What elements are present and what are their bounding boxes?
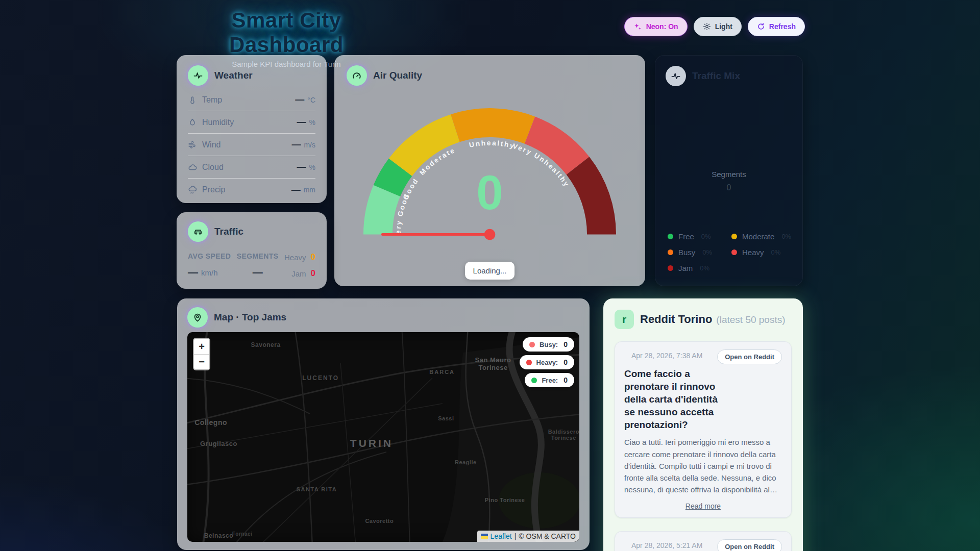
smart-city-dashboard: Smart City Dashboard Sample KPI dashboar… [0,0,980,551]
legend-label: Free [678,232,694,241]
reddit-post: Apr 28, 2026, 7:38 AM Open on Reddit Com… [615,341,792,518]
thermometer-icon [188,95,202,105]
theme-toggle-label: Light [715,22,732,31]
weather-metric-label: Temp [202,95,295,105]
legend-item: Jam 0% [668,264,731,272]
sparkles-icon [633,22,642,31]
refresh-icon [757,22,765,31]
leaflet-map[interactable]: Savonera LUCENTO San Mauro Torinese BARC… [187,332,579,542]
traffic-mix-legend: Free 0% Moderate 0% Busy 0% Heav [668,232,795,272]
toolbar: Neon: On Light Refresh [624,17,805,36]
city-label: Grugliasco [200,439,237,447]
city-label: Beinasco [204,532,233,539]
leaflet-link[interactable]: Leaflet [491,532,512,540]
city-label: Reaglie [455,459,477,465]
activity-icon [188,65,208,86]
weather-card: Weather Temp — °C Humidity — % [177,55,327,203]
legend-value: 0% [702,248,712,256]
traffic-card-title: Traffic [214,226,243,237]
legend-dot [731,234,737,239]
weather-metric-value: — [297,117,306,128]
weather-metric-label: Humidity [202,118,297,127]
gauge-segment [451,108,535,144]
legend-item: Moderate 0% [731,232,795,241]
zoom-in-button[interactable]: + [194,339,209,354]
page-title: Smart City Dashboard [177,8,396,57]
legend-dot [668,265,673,271]
counter-value: 0 [311,252,315,262]
gauge-pivot [484,229,496,240]
donut-center-value: 0 [655,183,802,192]
donut-center-label: Segments [655,170,802,179]
open-on-reddit-button[interactable]: Open on Reddit [717,539,782,551]
traffic-card: Traffic AVG SPEED —km/h SEGMENTS — Heavy… [177,212,327,289]
legend-value: 0% [771,248,781,256]
legend-dot [668,234,673,239]
legend-dot [731,249,737,255]
reddit-card-subtitle: (latest 50 posts) [716,314,785,325]
legend-label: Busy [678,248,695,257]
legend-label: Free: [542,377,558,384]
avg-speed-value: — [188,266,198,278]
open-on-reddit-button[interactable]: Open on Reddit [717,349,782,364]
reddit-icon: r [615,310,634,329]
map-card: Map · Top Jams Sa [177,298,590,550]
map-legend: Busy: 0 Heavy: 0 Free: 0 [520,337,574,387]
weather-metric-unit: % [309,163,315,171]
traffic-mix-card-title: Traffic Mix [692,70,740,82]
counter-label: Heavy [284,253,306,262]
read-more-link[interactable]: Read more [624,502,782,510]
legend-value: 0% [781,233,791,240]
city-label: Cavoretto [365,518,394,524]
avg-speed-label: AVG SPEED [188,252,231,260]
weather-row: Cloud — % [188,156,315,179]
weather-metric-unit: % [309,118,315,127]
legend-label: Jam [678,264,693,272]
counter-value: 0 [311,268,315,279]
post-date: Apr 28, 2026, 5:21 AM [624,539,702,549]
post-title: Come faccio a prenotare il rinnovo della… [624,367,725,431]
legend-value: 0 [564,340,568,348]
cloud-icon [188,163,202,172]
legend-label: Heavy [742,248,764,257]
segments-label: SEGMENTS [237,252,279,260]
attribution-text: © OSM & CARTO [519,532,576,540]
weather-metric-value: — [295,94,304,105]
map-legend-pill: Heavy: 0 [520,355,574,369]
attribution-separator: | [514,532,517,540]
post-excerpt: Ciao a tutti. Ieri pomeriggio mi ero mes… [624,436,782,495]
weather-card-title: Weather [214,70,253,81]
refresh-button[interactable]: Refresh [748,17,805,36]
weather-metric-unit: °C [307,96,315,104]
legend-dot [526,360,532,365]
city-label: Pino Torinese [485,497,525,503]
legend-dot [529,342,535,347]
map-legend-pill: Busy: 0 [523,337,574,352]
traffic-mix-card: Traffic Mix Segments 0 Free 0% Moderate … [655,55,803,286]
city-label: SANTA RITA [297,486,337,492]
weather-row: Precip — mm [188,179,315,201]
map-zoom-control: + − [193,338,210,370]
car-icon [188,221,208,242]
weather-metric-value: — [291,185,301,195]
segments-value: — [253,266,263,278]
legend-value: 0 [564,358,568,366]
weather-row: Temp — °C [188,89,315,111]
humidity-icon [188,118,202,127]
zoom-out-button[interactable]: − [194,354,209,369]
air-quality-gauge: Very GoodGoodModerateUnhealthyVery Unhea… [334,82,645,250]
traffic-counter: Heavy 0 [284,252,315,262]
reddit-card-title: Reddit Torino [640,313,712,326]
reddit-card: r Reddit Torino (latest 50 posts) Apr 28… [603,298,803,551]
weather-rows: Temp — °C Humidity — % Wind — m/s [188,89,315,201]
traffic-counter: Jam 0 [284,268,315,279]
legend-value: 0% [700,264,709,272]
weather-metric-unit: m/s [304,141,315,149]
wind-icon [188,140,202,149]
neon-toggle-button[interactable]: Neon: On [624,17,688,36]
reddit-posts: Apr 28, 2026, 7:38 AM Open on Reddit Com… [615,341,792,551]
theme-toggle-button[interactable]: Light [694,17,742,36]
city-label: Savonera [251,341,281,348]
air-quality-card: Air Quality Very GoodGoodModerateUnhealt… [334,55,645,286]
gauge-segment-label: Unhealthy [469,139,516,151]
